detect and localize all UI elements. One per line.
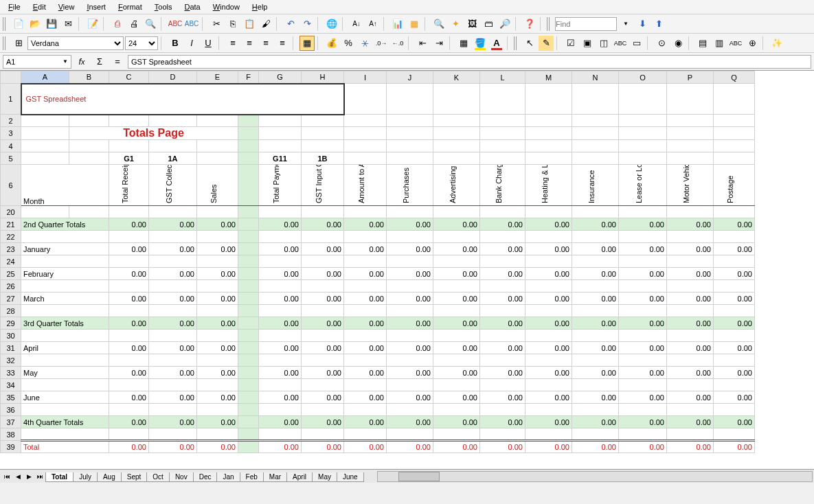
cell[interactable] [525,354,572,367]
cell[interactable] [238,206,259,218]
cell[interactable] [109,330,149,342]
row-header[interactable]: 30 [1,330,21,342]
cell[interactable] [619,354,667,367]
cell[interactable] [667,127,714,140]
cell[interactable] [387,84,433,115]
cell[interactable]: 0.00 [302,416,344,428]
select-all-cell[interactable] [1,71,21,84]
cell[interactable] [525,330,572,342]
cell[interactable] [525,255,572,268]
row-header[interactable]: 22 [1,231,21,243]
cell[interactable]: 0.00 [302,441,344,453]
cell[interactable] [714,84,755,115]
cell[interactable]: 0.00 [302,293,344,305]
datasource-icon[interactable]: 🗃 [481,16,496,32]
column-header-A[interactable]: A [21,71,69,84]
cell[interactable] [525,127,572,140]
cell[interactable]: 0.00 [302,268,344,280]
cell[interactable] [433,404,480,416]
cell[interactable] [480,84,525,115]
cell[interactable]: 0.00 [302,243,344,255]
print-icon[interactable]: 🖨 [126,16,142,32]
cell[interactable] [149,379,197,391]
cell[interactable]: 0.00 [433,293,480,305]
gallery-icon[interactable]: 🖼 [464,16,479,32]
cell[interactable]: 0.00 [480,243,525,255]
column-header-O[interactable]: O [619,71,667,84]
cell[interactable] [619,84,667,115]
cell[interactable] [197,379,238,391]
cell[interactable] [433,127,480,140]
cell[interactable] [619,379,667,391]
cell[interactable] [480,330,525,342]
cell[interactable]: 0.00 [572,293,619,305]
row-header[interactable]: 5 [1,152,21,165]
cell[interactable]: 0.00 [302,342,344,354]
cell[interactable]: 0.00 [433,243,480,255]
sheet-tab-nov[interactable]: Nov [169,472,194,482]
cell[interactable] [619,127,667,140]
cell[interactable] [387,354,433,367]
cell[interactable] [238,218,259,231]
cell[interactable]: 0.00 [480,416,525,428]
cell[interactable] [714,115,755,127]
sheet-tab-oct[interactable]: Oct [146,472,170,482]
cell[interactable]: 0.00 [433,416,480,428]
copy-icon[interactable]: ⎘ [225,16,240,32]
cell[interactable] [109,379,149,391]
cell[interactable]: 0.00 [714,342,755,354]
cell[interactable]: 0.00 [525,391,572,404]
cell[interactable] [667,280,714,293]
cell[interactable] [259,115,302,127]
cell[interactable] [259,305,302,317]
cell[interactable]: 0.00 [572,342,619,354]
row-header[interactable]: 27 [1,293,21,305]
cell[interactable]: 0.00 [149,268,197,280]
cell[interactable]: 0.00 [714,391,755,404]
cell[interactable] [433,140,480,152]
cell[interactable] [197,305,238,317]
cell[interactable] [714,404,755,416]
cell[interactable]: 0.00 [572,416,619,428]
cell[interactable] [149,140,197,152]
cell[interactable] [238,243,259,255]
cell[interactable] [21,379,109,391]
cell[interactable] [714,206,755,218]
cell[interactable] [197,428,238,441]
cell[interactable] [714,428,755,441]
cell[interactable] [572,115,619,127]
cell[interactable] [238,115,259,127]
combobox-icon[interactable]: ▥ [712,36,727,51]
number-std-icon[interactable]: ⚹ [357,36,372,51]
cell[interactable]: 0.00 [619,293,667,305]
cell[interactable] [714,231,755,243]
cell[interactable]: 0.00 [667,441,714,453]
cell[interactable]: May [21,367,109,379]
sheet-tab-dec[interactable]: Dec [193,472,218,482]
cell[interactable]: GST Input Credits [302,165,344,206]
cell[interactable]: Heating & Lighting [525,165,572,206]
row-header[interactable]: 4 [1,140,21,152]
menu-insert[interactable]: Insert [81,1,111,12]
cell[interactable]: Motor Vehicle Expense [667,165,714,206]
cell[interactable]: 0.00 [525,317,572,330]
control-icon[interactable]: ☑ [563,36,578,51]
undo-icon[interactable]: ↶ [283,16,298,32]
cell[interactable] [480,152,525,165]
cell[interactable] [433,330,480,342]
cell[interactable] [259,330,302,342]
cell[interactable] [21,231,109,243]
cell[interactable] [667,404,714,416]
redo-icon[interactable]: ↷ [299,16,315,32]
cell[interactable]: 0.00 [714,416,755,428]
show-icon[interactable]: ▦ [407,16,422,32]
cell[interactable] [259,379,302,391]
cell[interactable] [525,379,572,391]
cell[interactable] [667,428,714,441]
cell[interactable] [433,115,480,127]
cell[interactable]: 0.00 [387,268,433,280]
cell[interactable] [149,305,197,317]
cell[interactable]: 0.00 [525,218,572,231]
cell[interactable] [525,280,572,293]
cell[interactable]: Month [21,165,109,206]
